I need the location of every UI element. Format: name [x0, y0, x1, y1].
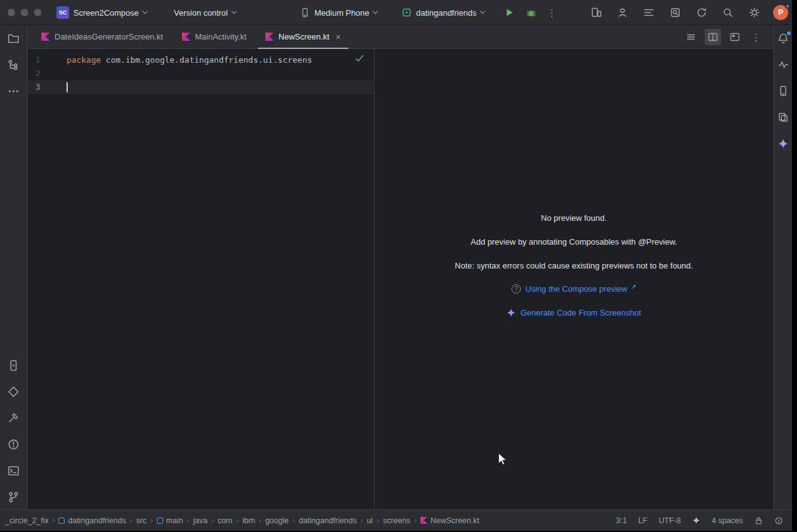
right-tool-stripe [773, 25, 792, 509]
breadcrumb-item[interactable]: java [193, 516, 208, 525]
line-number: 3 [28, 83, 40, 92]
terminal-icon[interactable] [8, 464, 20, 477]
run-actions: ⋮ [502, 0, 559, 25]
breadcrumb-item[interactable]: screens [383, 516, 410, 525]
breadcrumb-separator: › [377, 516, 379, 525]
editor-mode-toggles: ⋮ [683, 25, 763, 49]
breadcrumb-separator: › [414, 516, 417, 525]
cursor-position-widget[interactable]: 3:1 [616, 516, 627, 525]
compose-preview-panel: No preview found. Add preview by annotat… [374, 49, 773, 509]
preview-note: Note: syntax errors could cause existing… [375, 258, 773, 273]
tab-options-button[interactable]: ⋮ [749, 33, 763, 42]
breadcrumb-item[interactable]: datingandfriends [58, 516, 126, 525]
ai-status-icon[interactable] [692, 516, 700, 524]
breadcrumb-separator: › [130, 516, 132, 525]
device-mirroring-icon[interactable] [589, 5, 604, 20]
split-view-icon[interactable] [705, 29, 721, 45]
ide-messages-icon[interactable] [774, 516, 783, 525]
generate-code-row: Generate Code From Screenshot [375, 305, 773, 320]
chevron-down-icon [142, 9, 147, 14]
breadcrumb-separator: › [360, 516, 363, 525]
code-with-me-icon[interactable] [615, 5, 630, 20]
indent-widget[interactable]: 4 spaces [712, 516, 743, 525]
project-folder-icon[interactable] [8, 32, 20, 45]
tab-newscreen[interactable]: NewScreen.kt × [257, 25, 350, 48]
breadcrumb-item[interactable]: ui [366, 516, 373, 525]
code-line[interactable]: 1 package com.ibm.google.datingandfriend… [28, 53, 374, 66]
inspections-ok-icon[interactable] [355, 54, 364, 65]
text-caret [67, 82, 68, 92]
kotlin-file-icon [182, 33, 190, 41]
titlebar: SC Screen2Compose Version control Medium… [0, 0, 792, 25]
device-selector-label: Medium Phone [314, 8, 369, 18]
generate-code-from-screenshot-link[interactable]: Generate Code From Screenshot [520, 308, 641, 317]
close-window-button[interactable] [8, 9, 15, 16]
version-control-menu[interactable]: Version control [174, 0, 236, 25]
readonly-lock-icon[interactable] [754, 516, 763, 525]
app-quality-insights-icon[interactable] [8, 385, 20, 398]
running-devices-icon[interactable] [8, 359, 20, 371]
line-number: 1 [28, 55, 40, 64]
settings-icon[interactable] [747, 5, 762, 20]
breadcrumb-separator: › [211, 516, 214, 525]
chevron-down-icon [480, 9, 485, 14]
code-view-icon[interactable] [683, 29, 699, 45]
tab-label: NewScreen.kt [279, 32, 329, 41]
bug-icon [526, 8, 537, 18]
build-icon[interactable] [8, 412, 20, 424]
app-inspection-icon[interactable] [668, 5, 683, 20]
breadcrumb-item[interactable]: src [136, 516, 147, 525]
breadcrumb-separator: › [259, 516, 261, 525]
user-avatar[interactable]: P [773, 5, 788, 20]
tab-mainactivity[interactable]: MainActivity.kt [173, 25, 255, 48]
debug-button[interactable] [523, 5, 538, 20]
device-explorer-icon[interactable] [777, 111, 789, 124]
breadcrumb-item[interactable]: google [265, 516, 289, 525]
gradle-sync-icon[interactable] [694, 5, 709, 20]
line-separator-widget[interactable]: LF [638, 516, 648, 525]
breadcrumb-separator: › [52, 516, 55, 525]
breadcrumb-item[interactable]: _circle_2_fix [5, 516, 48, 525]
design-view-icon[interactable] [727, 29, 743, 45]
structure-icon[interactable] [8, 58, 20, 71]
notifications-icon[interactable] [777, 32, 789, 45]
preview-empty-title: No preview found. [375, 210, 773, 225]
version-control-icon[interactable] [8, 491, 20, 503]
device-manager-icon[interactable] [777, 85, 789, 97]
help-icon: ? [511, 284, 521, 294]
breadcrumbs: _circle_2_fix › datingandfriends › src ›… [0, 516, 479, 525]
minimize-window-button[interactable] [21, 9, 28, 16]
breadcrumb-item[interactable]: ibm [242, 516, 255, 525]
problems-icon[interactable] [8, 438, 20, 450]
close-tab-icon[interactable]: × [336, 33, 341, 41]
more-tool-windows-icon[interactable] [8, 85, 20, 97]
encoding-widget[interactable]: UTF-8 [659, 516, 681, 525]
logcat-icon[interactable] [641, 5, 656, 20]
breadcrumb-item[interactable]: main [157, 516, 183, 525]
android-studio-window: SC Screen2Compose Version control Medium… [0, 0, 792, 531]
run-button[interactable] [502, 5, 517, 20]
breadcrumb-item-file[interactable]: NewScreen.kt [420, 516, 479, 525]
tab-dateideasgeneratorscreen[interactable]: DateIdeasGeneratorScreen.kt [33, 25, 172, 48]
profiler-icon[interactable] [777, 58, 789, 71]
breadcrumb-separator: › [236, 516, 238, 525]
code-line[interactable]: 2 [28, 66, 374, 80]
notification-dot [785, 4, 790, 9]
code-editor[interactable]: 1 package com.ibm.google.datingandfriend… [28, 49, 374, 509]
breadcrumb-separator: › [187, 516, 190, 525]
code-line-caret[interactable]: 3 [28, 80, 374, 94]
zoom-window-button[interactable] [34, 9, 41, 16]
more-run-options-button[interactable]: ⋮ [545, 8, 559, 18]
project-name: Screen2Compose [73, 8, 139, 18]
breadcrumb-item[interactable]: com [218, 516, 233, 525]
line-number: 2 [28, 69, 40, 78]
compose-preview-docs-link[interactable]: Using the Compose preview [525, 284, 628, 294]
breadcrumb-item[interactable]: datingandfriends [299, 516, 356, 525]
device-selector[interactable]: Medium Phone [300, 0, 377, 25]
compose-preview-help-row: ? Using the Compose preview ↗ [375, 281, 773, 296]
search-icon[interactable] [720, 5, 735, 20]
code-text: package com.ibm.google.datingandfriends.… [67, 55, 312, 65]
run-configuration-selector[interactable]: datingandfriends [402, 0, 484, 25]
project-selector[interactable]: SC Screen2Compose [56, 0, 147, 25]
gemini-icon[interactable] [777, 137, 789, 150]
